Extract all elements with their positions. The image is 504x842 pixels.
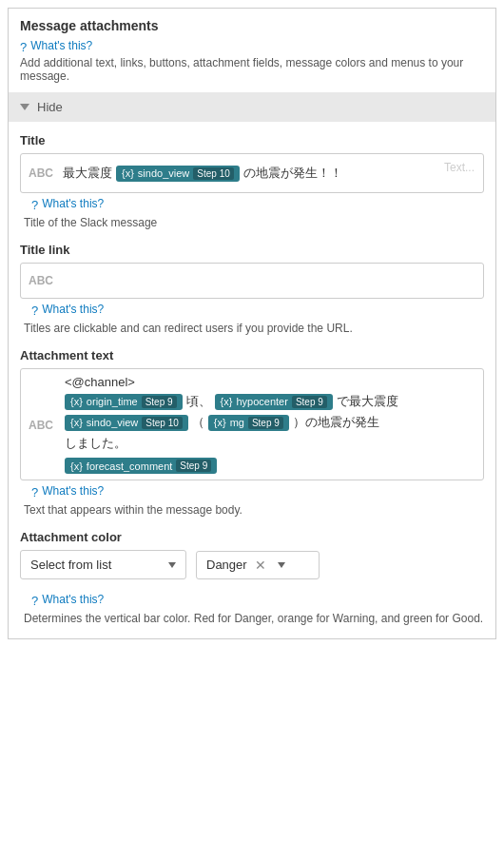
shimashita-text: しました。 — [65, 435, 126, 452]
text-hint: Text... — [444, 161, 475, 174]
tag-label: forecast_comment — [87, 460, 172, 472]
attachment-line-5: {x} forecast_comment Step 9 — [65, 458, 475, 474]
title-suffix-text: の地震が発生！！ — [243, 165, 342, 182]
tag-step: Step 9 — [176, 460, 211, 472]
attachment-line-1: <@channel> — [65, 375, 475, 389]
tag-label: mg — [230, 417, 244, 428]
danger-value-tag: Danger ✕ — [196, 551, 320, 579]
tag-step: Step 10 — [193, 167, 233, 180]
attachment-text-whats-this-link[interactable]: What's this? — [42, 484, 104, 498]
title-prefix-text: 最大震度 — [63, 165, 112, 182]
tag-step: Step 9 — [142, 396, 177, 408]
hide-label: Hide — [37, 100, 63, 114]
select-from-list-dropdown[interactable]: Select from list — [20, 550, 186, 579]
title-input-box[interactable]: ABC 最大震度 {x} sindo_view Step 10 の地震が発生！！… — [20, 153, 484, 193]
tag-icon: {x} — [214, 417, 226, 428]
message-attachments-panel: Message attachments ? What's this? Add a… — [8, 8, 496, 639]
attachment-text-content: <@channel> {x} origin_time Step 9 頃、 {x} — [65, 375, 475, 474]
title-link-label: Title link — [20, 243, 484, 257]
color-controls-row: Select from list Danger ✕ — [20, 550, 484, 579]
attachment-text-row1: ABC <@channel> {x} origin_time Step 9 頃、 — [29, 375, 475, 474]
middle-text-1: 頃、 — [186, 393, 211, 410]
abc-label-title: ABC — [29, 166, 53, 180]
title-link-whats-this-link[interactable]: What's this? — [42, 303, 104, 316]
middle-text-4a: ）の地震が発生 — [293, 414, 379, 431]
panel-title: Message attachments — [9, 9, 495, 39]
question-icon-title: ? — [31, 198, 38, 212]
intro-text: Add additional text, links, buttons, att… — [9, 56, 495, 92]
title-link-help-text: Titles are clickable and can redirect us… — [20, 320, 484, 335]
abc-label-link: ABC — [29, 274, 53, 287]
content-area: Title ABC 最大震度 {x} sindo_view Step 10 の地… — [9, 122, 495, 579]
select-placeholder: Select from list — [30, 558, 111, 572]
channel-text: <@channel> — [65, 375, 135, 389]
attachment-color-section: Attachment color Select from list Danger… — [20, 530, 484, 579]
abc-label-attachment: ABC — [29, 419, 53, 432]
attachment-line-4: しました。 — [65, 435, 475, 452]
tag-step: Step 9 — [248, 417, 283, 429]
forecast-comment-tag[interactable]: {x} forecast_comment Step 9 — [65, 458, 217, 474]
color-whats-this-link[interactable]: What's this? — [42, 593, 104, 606]
attachment-text-box[interactable]: ABC <@channel> {x} origin_time Step 9 頃、 — [20, 368, 484, 480]
title-link-section: Title link ABC ? What's this? Titles are… — [20, 243, 484, 335]
question-icon-attachment: ? — [31, 485, 38, 499]
hide-bar[interactable]: Hide — [9, 92, 495, 122]
tag-step: Step 9 — [292, 396, 327, 408]
attachment-line-3: {x} sindo_view Step 10 （ {x} mg Step 9 ）… — [65, 414, 475, 431]
mg-tag[interactable]: {x} mg Step 9 — [208, 415, 289, 431]
tag-icon: {x} — [122, 167, 134, 179]
attachment-color-label: Attachment color — [20, 530, 484, 544]
tag-label: sindo_view — [87, 417, 138, 428]
danger-value-text: Danger — [206, 558, 247, 572]
attachment-text-whats-this-row: ? What's this? — [20, 484, 484, 501]
tag-icon: {x} — [70, 460, 83, 472]
middle-text-2: で最大震度 — [337, 393, 398, 410]
tag-icon: {x} — [70, 396, 83, 407]
title-section: Title ABC 最大震度 {x} sindo_view Step 10 の地… — [20, 133, 484, 229]
color-help-text: Determines the vertical bar color. Red f… — [20, 610, 484, 625]
whats-this-link-top[interactable]: What's this? — [30, 39, 92, 52]
danger-clear-icon[interactable]: ✕ — [255, 558, 266, 573]
title-tag-sindo[interactable]: {x} sindo_view Step 10 — [116, 166, 240, 182]
whats-this-row-top: ? What's this? — [9, 39, 495, 56]
title-whats-this-link[interactable]: What's this? — [42, 197, 104, 210]
sindo-view-tag[interactable]: {x} sindo_view Step 10 — [65, 415, 188, 431]
attachment-text-help: Text that appears within the message bod… — [20, 501, 484, 517]
tag-icon: {x} — [70, 417, 83, 428]
question-icon-color: ? — [31, 594, 38, 608]
tag-step: Step 10 — [142, 417, 182, 429]
danger-dropdown-icon[interactable] — [278, 562, 285, 568]
tag-icon: {x} — [221, 396, 233, 407]
title-input-wrapper: ABC 最大震度 {x} sindo_view Step 10 の地震が発生！！… — [20, 153, 484, 193]
hypocenter-tag[interactable]: {x} hypocenter Step 9 — [215, 394, 333, 410]
question-icon: ? — [20, 40, 27, 54]
title-help-text: Title of the Slack message — [20, 214, 484, 229]
origin-time-tag[interactable]: {x} origin_time Step 9 — [65, 394, 183, 410]
attachment-text-section: Attachment text ABC <@channel> {x} origi… — [20, 348, 484, 517]
tag-label: sindo_view — [138, 167, 189, 179]
attachment-line-2: {x} origin_time Step 9 頃、 {x} hypocenter… — [65, 393, 475, 410]
tag-label: origin_time — [87, 396, 138, 407]
question-icon-link: ? — [31, 304, 38, 318]
color-help-section: ? What's this? Determines the vertical b… — [9, 593, 495, 638]
tag-label: hypocenter — [236, 396, 287, 407]
color-whats-this-row: ? What's this? — [20, 593, 484, 610]
title-label: Title — [20, 133, 484, 147]
title-link-whats-this-row: ? What's this? — [20, 303, 484, 320]
title-whats-this-row: ? What's this? — [20, 197, 484, 214]
title-link-input-box[interactable]: ABC — [20, 263, 484, 299]
triangle-down-icon — [20, 104, 29, 110]
middle-text-3: （ — [192, 414, 204, 431]
dropdown-arrow-icon — [168, 562, 176, 568]
attachment-text-label: Attachment text — [20, 348, 484, 362]
